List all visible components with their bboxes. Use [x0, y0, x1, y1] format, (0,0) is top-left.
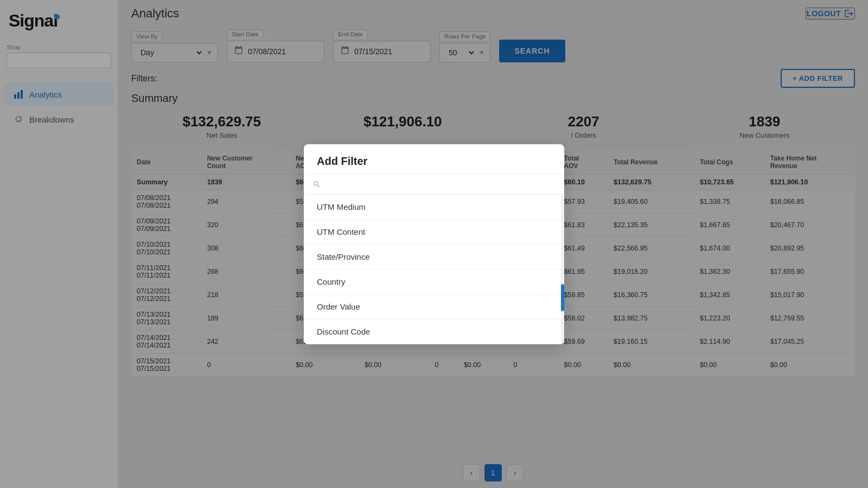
filter-option-utm-content[interactable]: UTM Content: [304, 220, 564, 245]
add-filter-modal: Add Filter UTM Medium UTM Content State/…: [304, 144, 564, 344]
modal-list-container: UTM Medium UTM Content State/Province Co…: [304, 195, 564, 344]
scrollbar-thumb: [561, 284, 564, 311]
filter-option-state-province[interactable]: State/Province: [304, 245, 564, 269]
filter-option-country[interactable]: Country: [304, 269, 564, 294]
modal-overlay[interactable]: Add Filter UTM Medium UTM Content State/…: [0, 0, 868, 488]
modal-title: Add Filter: [304, 144, 564, 175]
modal-filter-list: UTM Medium UTM Content State/Province Co…: [304, 195, 564, 344]
scrollbar-track: [561, 195, 564, 344]
filter-option-order-value[interactable]: Order Value: [304, 294, 564, 319]
modal-search-icon: [312, 180, 321, 189]
modal-search-bar: [304, 175, 564, 195]
filter-option-utm-medium[interactable]: UTM Medium: [304, 195, 564, 220]
modal-search-input[interactable]: [326, 180, 556, 189]
filter-option-discount-code[interactable]: Discount Code: [304, 319, 564, 344]
